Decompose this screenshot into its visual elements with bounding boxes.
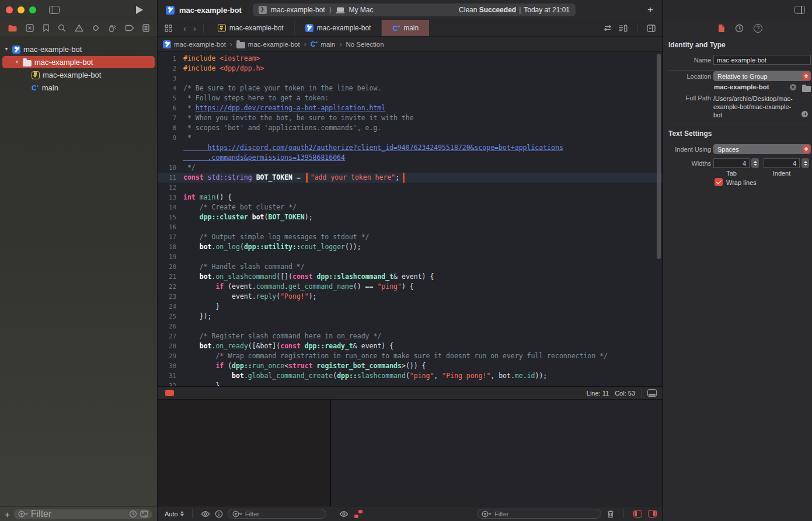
disclosure-chevron-icon[interactable]: ▾ xyxy=(4,46,9,52)
minimize-window-button[interactable] xyxy=(18,6,25,13)
breadcrumb-item[interactable]: No Selection xyxy=(346,41,384,48)
show-values-eye-icon[interactable] xyxy=(201,511,210,517)
bookmark-navigator-icon[interactable] xyxy=(43,24,50,32)
code-line[interactable]: 16 xyxy=(158,222,663,232)
navigator-filter-field[interactable]: Filter xyxy=(14,509,152,519)
toggle-inspector-icon[interactable] xyxy=(794,6,805,14)
code-line[interactable]: 30 if (dpp::run_once<struct register_bot… xyxy=(158,361,663,371)
scheme-name[interactable]: mac-example-bot xyxy=(271,6,325,14)
code-line[interactable]: 8 * scopes 'bot' and 'applications.comma… xyxy=(158,123,663,133)
issue-navigator-icon[interactable] xyxy=(75,24,83,32)
indent-using-dropdown[interactable]: Spaces xyxy=(713,144,811,154)
test-navigator-icon[interactable] xyxy=(92,24,100,32)
code-line[interactable]: 1#include <iostream> xyxy=(158,54,663,64)
source-control-navigator-icon[interactable] xyxy=(26,24,34,32)
go-forward-icon[interactable]: › xyxy=(193,23,196,33)
tree-item-mac-example-bot[interactable]: ▾mac-example-bot xyxy=(2,56,155,68)
code-line[interactable]: 32 } xyxy=(158,381,663,386)
code-line[interactable]: 28 bot.on_ready([&bot](const dpp::ready_… xyxy=(158,341,663,351)
run-button[interactable] xyxy=(136,6,143,14)
disclosure-chevron-icon[interactable]: ▾ xyxy=(14,58,20,65)
dropdown-stepper[interactable] xyxy=(803,145,810,153)
minimap-icon[interactable] xyxy=(618,25,628,32)
code-editor[interactable]: 1#include <iostream>2#include <dpp/dpp.h… xyxy=(158,52,663,386)
code-line[interactable]: 31 bot.global_command_create(dpp::slashc… xyxy=(158,371,663,381)
destination-name[interactable]: My Mac xyxy=(349,6,373,14)
code-line[interactable]: 17 /* Output simple log messages to stdo… xyxy=(158,232,663,242)
code-line[interactable]: 12 xyxy=(158,183,663,193)
project-navigator-icon[interactable] xyxy=(8,24,18,32)
choose-location-folder-icon[interactable] xyxy=(802,86,811,92)
recent-files-icon[interactable] xyxy=(129,510,137,518)
tree-item-mac-example-bot[interactable]: ▾mac-example-bot xyxy=(0,43,157,55)
editor-scrollbar[interactable] xyxy=(657,54,661,259)
code-line[interactable]: 19 xyxy=(158,252,663,262)
code-line[interactable]: 25 }); xyxy=(158,312,663,321)
report-navigator-icon[interactable] xyxy=(142,24,149,32)
go-back-icon[interactable]: ‹ xyxy=(183,23,186,33)
code-line[interactable]: 20 /* Handle slash command */ xyxy=(158,262,663,272)
breadcrumb-item[interactable]: mac-example-bot xyxy=(236,40,300,48)
code-line[interactable]: 29 /* Wrap command registration in run_o… xyxy=(158,351,663,361)
code-line[interactable]: 4/* Be sure to place your token in the l… xyxy=(158,83,663,93)
name-field[interactable]: mac-example-bot xyxy=(713,55,811,65)
variables-filter-field[interactable]: Filter xyxy=(228,509,326,519)
add-file-button[interactable]: + xyxy=(5,510,10,519)
variables-scope-dropdown[interactable]: Auto xyxy=(165,510,184,517)
code-line[interactable]: 15 dpp::cluster bot(BOT_TOKEN); xyxy=(158,212,663,222)
console-filter-field[interactable]: Filter xyxy=(477,509,601,519)
console-view[interactable] xyxy=(331,400,663,506)
code-line[interactable]: 11const std::string BOT_TOKEN = "add you… xyxy=(158,173,663,183)
debug-gauges-icon[interactable] xyxy=(354,510,363,518)
code-line[interactable]: 18 bot.on_log(dpp::utility::cout_logger(… xyxy=(158,242,663,252)
find-navigator-icon[interactable] xyxy=(58,24,66,32)
breakpoint-navigator-icon[interactable] xyxy=(125,25,134,32)
code-line[interactable]: 24 } xyxy=(158,302,663,312)
location-dropdown[interactable]: Relative to Group xyxy=(713,71,811,81)
code-line[interactable]: 2#include <dpp/dpp.h> xyxy=(158,64,663,74)
help-inspector-icon[interactable]: ? xyxy=(754,24,762,33)
history-inspector-icon[interactable] xyxy=(735,24,744,33)
code-line[interactable]: 27 /* Register slash command here in on_… xyxy=(158,331,663,341)
code-line[interactable]: 14 /* Create bot cluster */ xyxy=(158,202,663,212)
library-add-button[interactable]: + xyxy=(647,5,653,15)
show-console-toggle[interactable] xyxy=(648,510,657,517)
show-variables-view-toggle[interactable] xyxy=(633,510,642,517)
scheme-and-status-bar[interactable]: mac-example-bot ⟩ My Mac Clean Succeeded… xyxy=(253,4,576,16)
code-line[interactable]: 10 */ xyxy=(158,163,663,173)
indent-width-field[interactable]: 4 xyxy=(764,158,800,168)
tab-mac-example-bot[interactable]: mac-example-bot xyxy=(207,20,295,36)
close-window-button[interactable] xyxy=(6,6,13,13)
open-in-finder-arrow-icon[interactable] xyxy=(801,110,808,118)
code-line[interactable]: 6 * https://dpp.dev/creating-a-bot-appli… xyxy=(158,103,663,113)
code-line[interactable]: 13int main() { xyxy=(158,193,663,202)
code-line[interactable]: 26 xyxy=(158,321,663,331)
toggle-debug-area-icon[interactable] xyxy=(647,389,657,397)
code-line[interactable]: 23 event.reply("Pong!"); xyxy=(158,292,663,302)
tree-item-mac-example-bot[interactable]: mac-example-bot xyxy=(0,69,157,81)
code-line[interactable]: 3 xyxy=(158,74,663,83)
variables-view[interactable] xyxy=(158,400,331,506)
code-line[interactable]: 7 * When you invite the bot, be sure to … xyxy=(158,113,663,123)
info-icon[interactable] xyxy=(215,510,223,518)
breakpoint-indicator-icon[interactable] xyxy=(165,390,174,396)
code-line[interactable]: 22 if (event.command.get_command_name() … xyxy=(158,282,663,292)
breadcrumb-item[interactable]: mac-example-bot xyxy=(163,40,226,48)
toggle-navigator-icon[interactable] xyxy=(49,6,60,14)
code-line[interactable]: 5 * Follow steps here to get a token: xyxy=(158,93,663,103)
related-items-icon[interactable] xyxy=(165,25,172,32)
code-line[interactable]: .commands&permissions=139586816064 xyxy=(158,153,663,163)
breadcrumb-item[interactable]: C+main xyxy=(311,40,336,48)
wrap-lines-checkbox[interactable] xyxy=(715,178,723,186)
clear-console-trash-icon[interactable] xyxy=(607,510,614,518)
zoom-window-button[interactable] xyxy=(29,6,36,13)
scm-status-filter-icon[interactable] xyxy=(140,510,148,517)
console-eye-icon[interactable] xyxy=(339,511,349,517)
file-inspector-icon[interactable] xyxy=(718,24,725,33)
add-editor-icon[interactable] xyxy=(647,25,656,32)
debug-navigator-icon[interactable] xyxy=(108,24,116,32)
clear-reference-icon[interactable] xyxy=(789,83,797,91)
indent-width-stepper[interactable] xyxy=(801,158,809,168)
dropdown-stepper[interactable] xyxy=(803,72,810,80)
code-line[interactable]: 21 bot.on_slashcommand([](const dpp::sla… xyxy=(158,272,663,282)
